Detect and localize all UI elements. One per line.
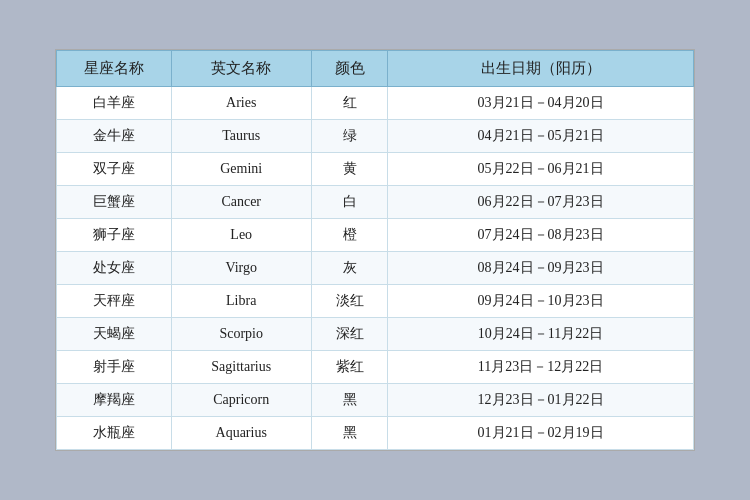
cell-english: Aries — [171, 87, 311, 120]
table-row: 天秤座Libra淡红09月24日－10月23日 — [57, 285, 694, 318]
table-row: 巨蟹座Cancer白06月22日－07月23日 — [57, 186, 694, 219]
cell-chinese: 白羊座 — [57, 87, 172, 120]
cell-date: 01月21日－02月19日 — [388, 417, 694, 450]
zodiac-table: 星座名称 英文名称 颜色 出生日期（阳历） 白羊座Aries红03月21日－04… — [56, 50, 694, 450]
cell-color: 白 — [311, 186, 387, 219]
cell-chinese: 天秤座 — [57, 285, 172, 318]
cell-english: Capricorn — [171, 384, 311, 417]
table-row: 天蝎座Scorpio深红10月24日－11月22日 — [57, 318, 694, 351]
cell-chinese: 射手座 — [57, 351, 172, 384]
table-row: 处女座Virgo灰08月24日－09月23日 — [57, 252, 694, 285]
cell-english: Aquarius — [171, 417, 311, 450]
cell-date: 11月23日－12月22日 — [388, 351, 694, 384]
table-row: 狮子座Leo橙07月24日－08月23日 — [57, 219, 694, 252]
cell-date: 07月24日－08月23日 — [388, 219, 694, 252]
zodiac-table-container: 星座名称 英文名称 颜色 出生日期（阳历） 白羊座Aries红03月21日－04… — [55, 49, 695, 451]
cell-color: 橙 — [311, 219, 387, 252]
header-english: 英文名称 — [171, 51, 311, 87]
cell-chinese: 双子座 — [57, 153, 172, 186]
cell-chinese: 金牛座 — [57, 120, 172, 153]
table-row: 金牛座Taurus绿04月21日－05月21日 — [57, 120, 694, 153]
table-header-row: 星座名称 英文名称 颜色 出生日期（阳历） — [57, 51, 694, 87]
table-row: 白羊座Aries红03月21日－04月20日 — [57, 87, 694, 120]
table-row: 水瓶座Aquarius黑01月21日－02月19日 — [57, 417, 694, 450]
cell-date: 06月22日－07月23日 — [388, 186, 694, 219]
table-row: 双子座Gemini黄05月22日－06月21日 — [57, 153, 694, 186]
cell-chinese: 处女座 — [57, 252, 172, 285]
table-row: 射手座Sagittarius紫红11月23日－12月22日 — [57, 351, 694, 384]
cell-english: Gemini — [171, 153, 311, 186]
cell-date: 05月22日－06月21日 — [388, 153, 694, 186]
cell-english: Taurus — [171, 120, 311, 153]
cell-date: 09月24日－10月23日 — [388, 285, 694, 318]
cell-color: 黑 — [311, 417, 387, 450]
cell-color: 黑 — [311, 384, 387, 417]
cell-date: 10月24日－11月22日 — [388, 318, 694, 351]
cell-english: Libra — [171, 285, 311, 318]
cell-color: 黄 — [311, 153, 387, 186]
cell-english: Scorpio — [171, 318, 311, 351]
cell-chinese: 巨蟹座 — [57, 186, 172, 219]
header-date: 出生日期（阳历） — [388, 51, 694, 87]
cell-english: Sagittarius — [171, 351, 311, 384]
table-row: 摩羯座Capricorn黑12月23日－01月22日 — [57, 384, 694, 417]
cell-color: 绿 — [311, 120, 387, 153]
header-color: 颜色 — [311, 51, 387, 87]
cell-color: 深红 — [311, 318, 387, 351]
cell-english: Virgo — [171, 252, 311, 285]
cell-color: 紫红 — [311, 351, 387, 384]
cell-date: 08月24日－09月23日 — [388, 252, 694, 285]
cell-date: 04月21日－05月21日 — [388, 120, 694, 153]
cell-color: 淡红 — [311, 285, 387, 318]
table-body: 白羊座Aries红03月21日－04月20日金牛座Taurus绿04月21日－0… — [57, 87, 694, 450]
cell-date: 12月23日－01月22日 — [388, 384, 694, 417]
cell-color: 红 — [311, 87, 387, 120]
cell-english: Cancer — [171, 186, 311, 219]
cell-english: Leo — [171, 219, 311, 252]
header-chinese: 星座名称 — [57, 51, 172, 87]
cell-date: 03月21日－04月20日 — [388, 87, 694, 120]
cell-chinese: 狮子座 — [57, 219, 172, 252]
cell-chinese: 天蝎座 — [57, 318, 172, 351]
cell-chinese: 水瓶座 — [57, 417, 172, 450]
cell-color: 灰 — [311, 252, 387, 285]
cell-chinese: 摩羯座 — [57, 384, 172, 417]
